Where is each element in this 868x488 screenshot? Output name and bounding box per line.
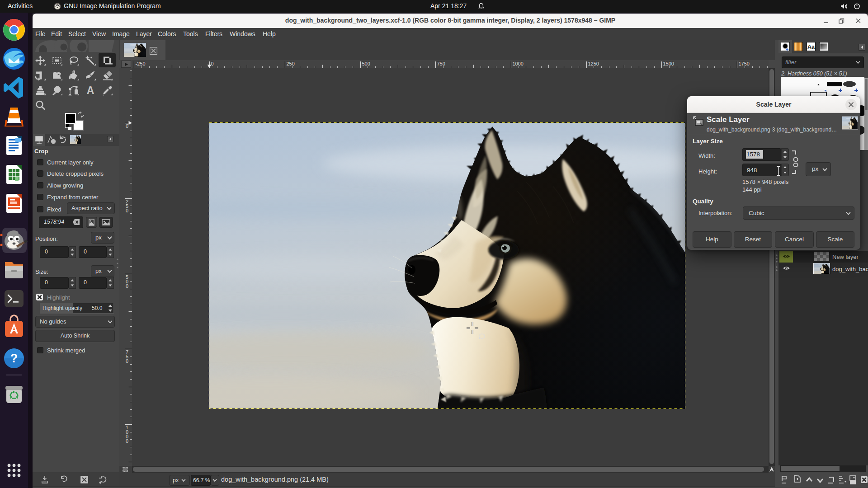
- svg-text:?: ?: [10, 352, 18, 365]
- svg-text:0: 0: [211, 61, 214, 66]
- svg-text:1750: 1750: [739, 61, 750, 66]
- svg-text:750: 750: [437, 61, 445, 66]
- svg-text:0: 0: [126, 283, 128, 289]
- svg-text:1000: 1000: [513, 61, 524, 66]
- svg-text:1250: 1250: [588, 61, 599, 66]
- svg-text:0: 0: [126, 438, 128, 444]
- svg-text:250: 250: [287, 61, 295, 66]
- svg-text:0: 0: [126, 123, 128, 129]
- svg-text:0: 0: [126, 208, 128, 213]
- svg-text:A: A: [87, 84, 94, 96]
- svg-text:-250: -250: [136, 61, 146, 66]
- svg-text:0: 0: [126, 358, 128, 364]
- svg-text:Aa: Aa: [807, 44, 815, 50]
- svg-text:500: 500: [362, 61, 370, 66]
- svg-text:1500: 1500: [663, 61, 674, 66]
